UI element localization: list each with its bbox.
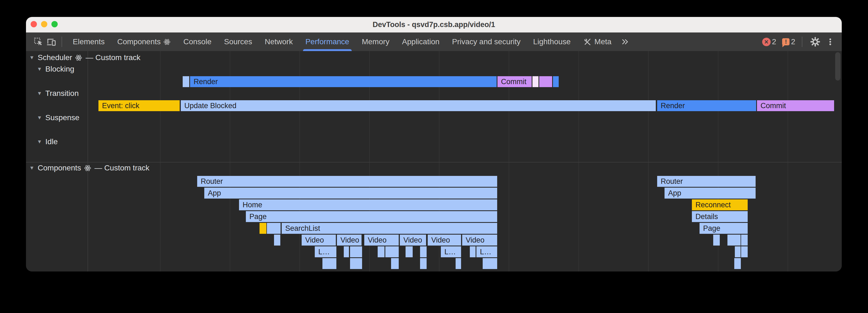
inspect-element-icon[interactable] (32, 35, 44, 49)
tab-console[interactable]: Console (177, 33, 218, 51)
flame-bar-video[interactable]: Video (337, 235, 362, 246)
three-dot-menu-icon[interactable] (825, 35, 835, 49)
flame-bar-segment[interactable] (259, 223, 266, 234)
react-atom-icon (75, 54, 82, 62)
flame-bar-segment[interactable] (322, 258, 336, 269)
flame-bar-segment[interactable] (420, 246, 427, 257)
flame-bar-details[interactable]: Details (692, 211, 748, 222)
toolbar-divider (802, 37, 802, 47)
collapse-triangle-icon: ▼ (37, 91, 42, 96)
flame-bar-segment[interactable] (183, 76, 189, 87)
flame-bar-app[interactable]: App (664, 188, 755, 199)
flame-bar-segment[interactable] (456, 258, 461, 269)
timeline-gridline (579, 51, 579, 272)
flame-bar-app[interactable]: App (204, 188, 497, 199)
warning-badge[interactable]: ! 2 (780, 37, 795, 46)
panel-tabs: ElementsComponentsConsoleSourcesNetworkP… (66, 33, 618, 51)
flame-bar-video[interactable]: Video (302, 235, 336, 246)
tab-performance[interactable]: Performance (299, 33, 355, 51)
flame-bar-event-click[interactable]: Event: click (98, 100, 180, 111)
flame-bar-segment[interactable] (406, 246, 413, 257)
tab-meta[interactable]: Meta (577, 33, 618, 51)
tab-elements[interactable]: Elements (66, 33, 111, 51)
flame-bar-router[interactable]: Router (657, 176, 755, 187)
flame-bar-l[interactable]: L… (441, 246, 461, 257)
tab-label: Lighthouse (533, 37, 571, 46)
flame-bar-reconnect[interactable]: Reconnect (692, 199, 748, 210)
track-label-transition[interactable]: ▼Transition (37, 89, 79, 98)
tab-memory[interactable]: Memory (355, 33, 396, 51)
tab-privacy-and-security[interactable]: Privacy and security (446, 33, 527, 51)
flame-bar-segment[interactable] (735, 246, 741, 257)
flame-bar-segment[interactable] (553, 76, 559, 87)
track-label-idle[interactable]: ▼Idle (37, 137, 58, 147)
flame-bar-segment[interactable] (344, 246, 349, 257)
flame-bar-segment[interactable] (274, 235, 280, 246)
flame-bar-segment[interactable] (470, 246, 475, 257)
tab-label: Memory (362, 37, 390, 46)
flame-bar-home[interactable]: Home (239, 199, 497, 210)
flame-bar-segment[interactable] (734, 258, 741, 269)
track-label-suspense[interactable]: ▼Suspense (37, 113, 79, 123)
flame-bar-segment[interactable] (267, 223, 281, 234)
tab-label: Network (265, 37, 293, 46)
flame-bar-segment[interactable] (713, 235, 720, 246)
desktop: { "window": { "title": "DevTools - qsvd7… (0, 0, 868, 313)
error-icon: × (762, 38, 771, 46)
flame-bar-render[interactable]: Render (190, 76, 497, 87)
tab-sources[interactable]: Sources (218, 33, 258, 51)
flame-bar-video[interactable]: Video (400, 235, 426, 246)
flame-bar-segment[interactable] (350, 246, 362, 257)
tab-label: Meta (594, 37, 612, 46)
flame-bar-commit[interactable]: Commit (497, 76, 532, 87)
flame-bar-segment[interactable] (727, 235, 741, 246)
vertical-scrollbar[interactable] (835, 52, 840, 80)
flame-bar-l[interactable]: L… (476, 246, 497, 257)
track-label-scheduler[interactable]: ▼Scheduler— Custom track (29, 53, 141, 63)
tab-application[interactable]: Application (396, 33, 446, 51)
device-toolbar-icon[interactable] (44, 35, 57, 49)
flame-bar-segment[interactable] (378, 246, 384, 257)
flame-bar-render[interactable]: Render (657, 100, 756, 111)
flame-bar-router[interactable]: Router (197, 176, 497, 187)
flame-bar-segment[interactable] (741, 246, 748, 257)
flame-bar-page[interactable]: Page (700, 223, 748, 234)
tab-label: Privacy and security (452, 37, 521, 46)
flame-bar-segment[interactable] (420, 258, 427, 269)
timeline-gridline (648, 51, 649, 272)
collapse-triangle-icon: ▼ (29, 165, 34, 171)
flame-bar-segment[interactable] (391, 258, 399, 269)
flame-bar-commit[interactable]: Commit (757, 100, 834, 111)
track-label-text: Idle (45, 137, 58, 146)
tab-label: Sources (224, 37, 252, 46)
flame-bar-video[interactable]: Video (428, 235, 461, 246)
track-label-components[interactable]: ▼Components— Custom track (29, 163, 149, 173)
track-label-text: Components (38, 164, 81, 172)
flame-bar-segment[interactable] (483, 258, 497, 269)
react-atom-icon (163, 38, 170, 46)
flame-bar-segment[interactable] (539, 76, 552, 87)
flame-bar-page[interactable]: Page (246, 211, 497, 222)
flame-bar-video[interactable]: Video (462, 235, 497, 246)
flame-bar-segment[interactable] (350, 258, 362, 269)
tab-network[interactable]: Network (258, 33, 299, 51)
gear-icon[interactable] (809, 35, 822, 49)
warning-icon: ! (782, 38, 789, 45)
custom-track-suffix: — Custom track (95, 164, 150, 172)
flame-bar-searchlist[interactable]: SearchList (282, 223, 497, 234)
performance-flame-chart[interactable]: ▼Scheduler— Custom track▼Blocking▼Transi… (26, 51, 842, 272)
flame-bar-update-blocked[interactable]: Update Blocked (181, 100, 656, 111)
tab-lighthouse[interactable]: Lighthouse (527, 33, 577, 51)
flame-bar-segment[interactable] (741, 235, 748, 246)
devtools-toolbar: ElementsComponentsConsoleSourcesNetworkP… (26, 33, 842, 51)
track-label-blocking[interactable]: ▼Blocking (37, 64, 74, 74)
flame-bar-segment[interactable] (385, 246, 399, 257)
flame-bar-segment[interactable] (532, 76, 538, 87)
flame-bar-video[interactable]: Video (364, 235, 399, 246)
tab-components[interactable]: Components (111, 33, 177, 51)
toolbar-right-cluster: × 2 ! 2 (762, 35, 835, 49)
flame-bar-l[interactable]: L… (315, 246, 336, 257)
more-tabs-button[interactable] (619, 35, 631, 49)
error-badge[interactable]: × 2 (762, 37, 776, 46)
title-bar[interactable]: DevTools - qsvd7p.csb.app/video/1 (26, 17, 842, 33)
